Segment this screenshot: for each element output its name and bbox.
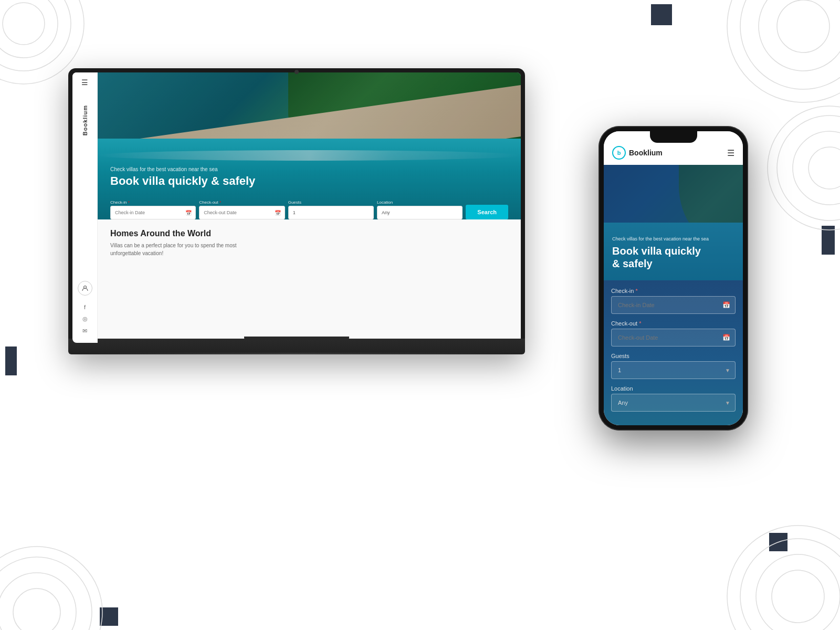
guests-label: Guests — [288, 200, 374, 205]
laptop-main-content: Check villas for the best vacation near … — [98, 72, 521, 343]
checkout-input[interactable] — [199, 206, 285, 219]
svg-point-11 — [727, 0, 840, 102]
checkin-input[interactable] — [110, 206, 196, 219]
phone-logo-wrap: b Booklium — [612, 146, 663, 160]
calendar-icon: 📅 — [185, 210, 192, 216]
svg-point-15 — [727, 526, 840, 630]
search-form: Check-in * 📅 Check-out * — [110, 200, 508, 219]
circles-bottom-right — [724, 523, 840, 630]
location-field-group: Location Any — [377, 200, 463, 219]
svg-point-14 — [740, 539, 840, 630]
phone-calendar-icon-2: 📅 — [722, 334, 730, 341]
calendar-icon-2: 📅 — [275, 210, 281, 216]
location-select-wrap: Any — [377, 206, 463, 219]
guests-select-wrap: 1 2 3 4+ — [288, 206, 374, 219]
phone-checkout-input[interactable] — [611, 329, 736, 346]
laptop-hero: Check villas for the best vacation near … — [98, 72, 521, 219]
homes-description: Villas can be a perfect place for you to… — [110, 242, 247, 257]
deco-square-top — [651, 4, 672, 25]
guests-field-group: Guests 1 2 3 4+ — [288, 200, 374, 219]
phone-menu-icon[interactable]: ☰ — [727, 148, 734, 158]
laptop-base — [68, 339, 525, 354]
svg-point-0 — [3, 3, 45, 45]
laptop-lower-section: Homes Around the World Villas can be a p… — [98, 219, 521, 343]
phone-calendar-icon-1: 📅 — [722, 301, 730, 309]
checkin-label: Check-in * — [110, 200, 196, 205]
phone-brand-name: Booklium — [629, 149, 663, 157]
circles-mid-right — [766, 105, 840, 233]
phone-location-select[interactable]: Any — [611, 394, 736, 412]
hero-title: Book villa quickly & safely — [110, 174, 255, 188]
phone-checkout-field: Check-out * 📅 — [611, 320, 736, 346]
phone-checkin-input[interactable] — [611, 296, 736, 314]
phone-location-field: Location Any ▼ — [611, 385, 736, 412]
laptop-sidebar: ☰ Booklium f ◎ ✉ — [72, 72, 98, 343]
laptop-body: ☰ Booklium f ◎ ✉ — [68, 68, 525, 354]
phone-location-wrap: Any ▼ — [611, 394, 736, 412]
search-button[interactable]: Search — [466, 205, 508, 219]
phone-guests-field: Guests 1 2 3 4+ ▼ — [611, 353, 736, 379]
svg-point-5 — [0, 573, 76, 630]
checkout-field-group: Check-out * 📅 — [199, 200, 285, 219]
svg-point-7 — [0, 547, 102, 630]
svg-point-16 — [808, 147, 840, 189]
phone-checkout-wrap: 📅 — [611, 329, 736, 346]
phone-mockup: b Booklium ☰ Check villas for the — [598, 126, 748, 430]
phone-hero: Check villas for the best vacation near … — [604, 165, 743, 280]
hero-overlay — [98, 72, 521, 219]
phone-screen: b Booklium ☰ Check villas for the — [604, 131, 743, 425]
deco-square-mid-left — [5, 346, 17, 375]
phone-guests-select[interactable]: 1 2 3 4+ — [611, 361, 736, 379]
checkin-field-group: Check-in * 📅 — [110, 200, 196, 219]
location-select[interactable]: Any — [377, 206, 463, 219]
svg-point-6 — [0, 557, 92, 630]
guests-select[interactable]: 1 2 3 4+ — [288, 206, 374, 219]
sidebar-social-links: f ◎ ✉ — [82, 304, 88, 343]
sidebar-brand: Booklium — [82, 105, 88, 135]
phone-checkout-label: Check-out * — [611, 320, 736, 327]
checkout-input-wrap: 📅 — [199, 206, 285, 219]
instagram-icon: ◎ — [82, 316, 88, 322]
circles-bottom-left — [0, 544, 105, 630]
phone-guests-wrap: 1 2 3 4+ ▼ — [611, 361, 736, 379]
phone-body: b Booklium ☰ Check villas for the — [598, 126, 748, 430]
laptop-mockup: ☰ Booklium f ◎ ✉ — [68, 68, 525, 378]
laptop-screen-bezel: ☰ Booklium f ◎ ✉ — [72, 72, 521, 343]
phone-logo-icon: b — [612, 146, 626, 160]
email-icon: ✉ — [82, 328, 87, 334]
deco-square-bottom-left — [100, 607, 118, 626]
phone-hero-text: Check villas for the best vacation near … — [612, 236, 734, 270]
svg-point-1 — [0, 0, 58, 58]
phone-location-label: Location — [611, 385, 736, 392]
hamburger-icon: ☰ — [81, 79, 88, 86]
svg-point-18 — [777, 116, 840, 220]
phone-hero-subtitle: Check villas for the best vacation near … — [612, 236, 734, 243]
phone-hero-title: Book villa quickly& safely — [612, 245, 734, 270]
phone-notch — [650, 131, 697, 143]
deco-square-mid-right — [822, 226, 835, 255]
phone-guests-label: Guests — [611, 353, 736, 359]
checkout-label: Check-out * — [199, 200, 285, 205]
svg-point-13 — [756, 554, 840, 630]
phone-checkin-wrap: 📅 — [611, 296, 736, 314]
homes-title: Homes Around the World — [110, 229, 508, 238]
svg-point-10 — [740, 0, 840, 89]
location-label: Location — [377, 200, 463, 205]
svg-point-8 — [777, 0, 830, 52]
svg-point-12 — [772, 570, 824, 623]
hero-text: Check villas for the best vacation near … — [110, 166, 255, 188]
checkin-input-wrap: 📅 — [110, 206, 196, 219]
sidebar-profile-icon — [78, 281, 92, 296]
deco-square-bottom-right — [769, 533, 788, 551]
facebook-icon: f — [84, 304, 86, 310]
hero-subtitle: Check villas for the best vacation near … — [110, 166, 255, 172]
svg-point-4 — [13, 589, 60, 630]
laptop-camera — [295, 70, 299, 74]
phone-screen-content: b Booklium ☰ Check villas for the — [604, 131, 743, 425]
svg-point-9 — [759, 0, 840, 71]
laptop-base-shine — [84, 353, 509, 354]
search-form-row: Check-in * 📅 Check-out * — [110, 200, 508, 219]
phone-checkin-label: Check-in * — [611, 288, 736, 294]
phone-search-form: Check-in * 📅 Check-out * — [604, 280, 743, 425]
phone-checkin-field: Check-in * 📅 — [611, 288, 736, 314]
